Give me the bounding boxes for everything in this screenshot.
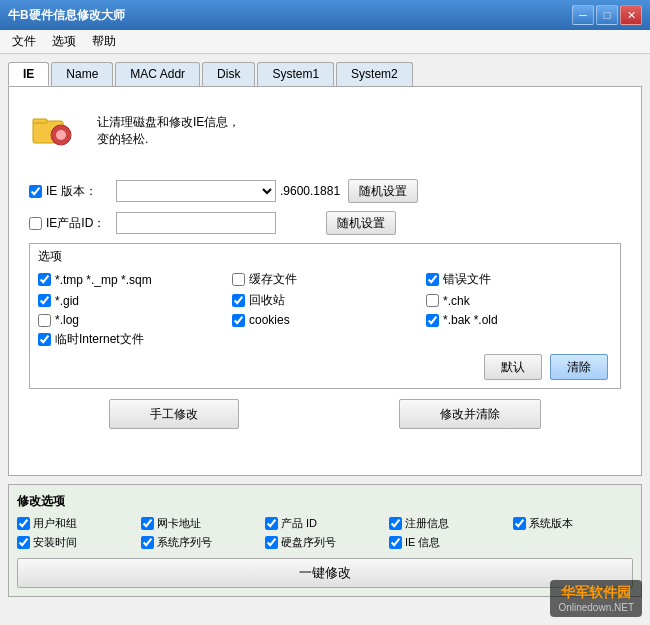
ie-product-input[interactable] [116, 212, 276, 234]
menu-help[interactable]: 帮助 [84, 31, 124, 52]
manual-modify-button[interactable]: 手工修改 [109, 399, 239, 429]
tab-name[interactable]: Name [51, 62, 113, 86]
bottom-section: 修改选项 用户和组 网卡地址 产品 ID 注册信息 系统版本 [8, 484, 642, 597]
svg-point-3 [56, 130, 66, 140]
ie-version-checkbox[interactable] [29, 185, 42, 198]
options-section: 选项 *.tmp *._mp *.sqm 缓存文件 错误文件 [29, 243, 621, 389]
menu-file[interactable]: 文件 [4, 31, 44, 52]
clear-button[interactable]: 清除 [550, 354, 608, 380]
window-controls: ─ □ ✕ [572, 5, 642, 25]
action-buttons: 手工修改 修改并清除 [29, 399, 621, 429]
minimize-button[interactable]: ─ [572, 5, 594, 25]
options-title: 选项 [38, 248, 612, 265]
ie-product-row: IE产品ID： 随机设置 [21, 211, 629, 235]
bottom-option-user-group[interactable]: 用户和组 [17, 516, 137, 531]
option-chk[interactable]: *.chk [426, 292, 612, 309]
one-key-modify-button[interactable]: 一键修改 [17, 558, 633, 588]
intro-text: 让清理磁盘和修改IE信息， 变的轻松. [97, 114, 240, 148]
bottom-option-mac[interactable]: 网卡地址 [141, 516, 261, 531]
ie-product-random-button[interactable]: 随机设置 [326, 211, 396, 235]
tab-panel-ie: 让清理磁盘和修改IE信息， 变的轻松. IE 版本： .9600.1881 随机… [8, 86, 642, 476]
tab-system1[interactable]: System1 [257, 62, 334, 86]
bottom-option-ie-info[interactable]: IE 信息 [389, 535, 509, 550]
option-gid[interactable]: *.gid [38, 292, 224, 309]
watermark: 华军软件园 Onlinedown.NET [550, 580, 642, 617]
menu-options[interactable]: 选项 [44, 31, 84, 52]
menu-bar: 文件 选项 帮助 [0, 30, 650, 54]
ie-version-row: IE 版本： .9600.1881 随机设置 [21, 179, 629, 203]
tab-ie[interactable]: IE [8, 62, 49, 86]
watermark-sub: Onlinedown.NET [558, 602, 634, 613]
option-bak-old[interactable]: *.bak *.old [426, 313, 612, 327]
app-icon [29, 107, 77, 155]
option-tmp[interactable]: *.tmp *._mp *.sqm [38, 271, 224, 288]
maximize-button[interactable]: □ [596, 5, 618, 25]
ie-product-label: IE产品ID： [46, 215, 116, 232]
bottom-title: 修改选项 [17, 493, 633, 510]
svg-rect-4 [59, 125, 63, 129]
options-bottom-row: 默认 清除 [38, 354, 612, 380]
option-recycle[interactable]: 回收站 [232, 292, 418, 309]
option-temp-internet[interactable]: 临时Internet文件 [38, 331, 224, 348]
intro-section: 让清理磁盘和修改IE信息， 变的轻松. [21, 99, 629, 163]
option-cache[interactable]: 缓存文件 [232, 271, 418, 288]
ie-product-checkbox[interactable] [29, 217, 42, 230]
bottom-options-grid: 用户和组 网卡地址 产品 ID 注册信息 系统版本 安装时间 [17, 516, 633, 550]
ie-version-select[interactable] [116, 180, 276, 202]
bottom-option-reg-info[interactable]: 注册信息 [389, 516, 509, 531]
title-bar: 牛B硬件信息修改大师 ─ □ ✕ [0, 0, 650, 30]
modify-clear-button[interactable]: 修改并清除 [399, 399, 541, 429]
tab-bar: IE Name MAC Addr Disk System1 System2 [8, 62, 642, 86]
svg-rect-1 [33, 119, 47, 123]
bottom-option-disk-serial[interactable]: 硬盘序列号 [265, 535, 385, 550]
options-grid: *.tmp *._mp *.sqm 缓存文件 错误文件 *.gid 回 [38, 271, 612, 348]
bottom-option-install-time[interactable]: 安装时间 [17, 535, 137, 550]
default-button[interactable]: 默认 [484, 354, 542, 380]
option-cookies[interactable]: cookies [232, 313, 418, 327]
tab-mac-addr[interactable]: MAC Addr [115, 62, 200, 86]
svg-rect-7 [67, 133, 71, 137]
svg-rect-5 [59, 141, 63, 145]
ie-version-label: IE 版本： [46, 183, 116, 200]
ie-version-random-button[interactable]: 随机设置 [348, 179, 418, 203]
watermark-brand: 华军软件园 [558, 584, 634, 602]
tab-system2[interactable]: System2 [336, 62, 413, 86]
bottom-option-sys-serial[interactable]: 系统序列号 [141, 535, 261, 550]
bottom-option-product-id[interactable]: 产品 ID [265, 516, 385, 531]
svg-rect-6 [51, 133, 55, 137]
option-error-files[interactable]: 错误文件 [426, 271, 612, 288]
main-window: IE Name MAC Addr Disk System1 System2 [0, 54, 650, 625]
tab-disk[interactable]: Disk [202, 62, 255, 86]
ie-version-value: .9600.1881 [280, 184, 340, 198]
close-button[interactable]: ✕ [620, 5, 642, 25]
window-title: 牛B硬件信息修改大师 [8, 7, 125, 24]
bottom-option-sys-version[interactable]: 系统版本 [513, 516, 633, 531]
option-log[interactable]: *.log [38, 313, 224, 327]
